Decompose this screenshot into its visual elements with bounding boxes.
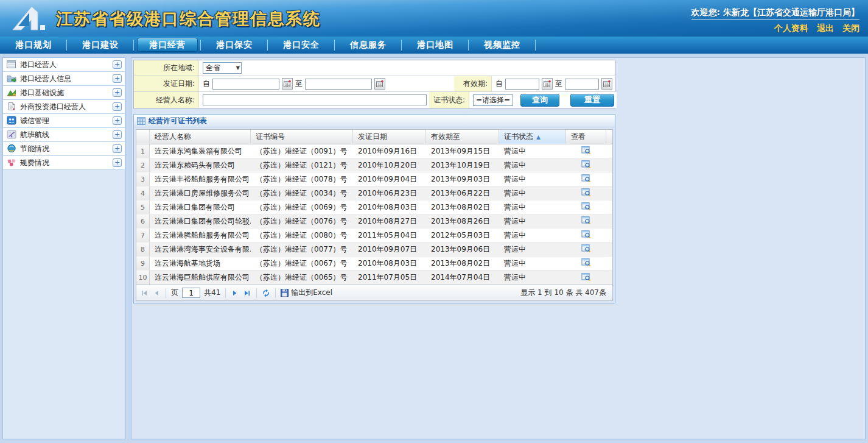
view-icon[interactable] xyxy=(581,230,591,241)
table-row[interactable]: 8连云港港湾海事安全设备有限...（苏连）港经证（0077）号2010年09月0… xyxy=(136,243,612,257)
issue-date-from-input[interactable] xyxy=(212,79,279,90)
nav-tab[interactable]: 港口规划 xyxy=(0,37,67,54)
nav-tab[interactable]: 港口地图 xyxy=(402,37,469,54)
view-icon[interactable] xyxy=(581,188,591,199)
expand-button[interactable]: + xyxy=(113,144,122,153)
view-icon[interactable] xyxy=(581,174,591,185)
cell-view[interactable] xyxy=(566,158,606,172)
cert-status-select[interactable]: =请选择= ▼ xyxy=(473,94,513,106)
refresh-icon[interactable] xyxy=(262,289,270,297)
row-number: 2 xyxy=(136,158,150,172)
region-select[interactable]: 全省 ▼ xyxy=(203,62,242,74)
issue-date-to-input[interactable] xyxy=(305,79,372,90)
nav-tab[interactable]: 港口建设 xyxy=(67,37,134,54)
cell-view[interactable] xyxy=(566,200,606,214)
view-icon[interactable] xyxy=(581,146,591,157)
expand-button[interactable]: + xyxy=(113,102,122,111)
table-row[interactable]: 9连云港海航基地货场（苏连）港经证（0067）号2010年08月03日2013年… xyxy=(136,257,612,271)
table-row[interactable]: 3连云港丰裕船舶服务有限公司（苏连）港经证（0078）号2010年09月04日2… xyxy=(136,172,612,186)
column-header[interactable]: 证书编号 xyxy=(251,130,353,144)
table-row[interactable]: 7连云港港腾船舶服务有限公司（苏连）港经证（0080）号2011年05月04日2… xyxy=(136,229,612,243)
expand-button[interactable]: + xyxy=(113,60,122,69)
expand-button[interactable]: + xyxy=(113,116,122,125)
row-number: 3 xyxy=(136,172,150,186)
table-row[interactable]: 5连云港港口集团有限公司（苏连）港经证（0069）号2010年08月03日201… xyxy=(136,200,612,214)
validity-to-input[interactable] xyxy=(565,79,599,90)
column-header[interactable]: 证书状态▲ xyxy=(499,130,566,144)
view-icon[interactable] xyxy=(581,258,591,269)
nav-tab[interactable]: 港口保安 xyxy=(201,37,268,54)
sidebar-item[interactable]: 港口基础设施+ xyxy=(3,86,125,100)
nav-tab-label: 港口安全 xyxy=(271,38,332,52)
cell-view[interactable] xyxy=(566,186,606,200)
sidebar-item[interactable]: 港口经营人信息+ xyxy=(3,72,125,86)
table-row[interactable]: 4连云港港口房屋维修服务公司（苏连）港经证（0034）号2010年06月23日2… xyxy=(136,186,612,200)
app-header: 江苏省省级港口综合管理信息系统 欢迎您: 朱新龙【江苏省交通运输厅港口局】 个人… xyxy=(0,0,868,37)
nav-tab[interactable]: 港口经营 xyxy=(134,37,201,54)
view-icon[interactable] xyxy=(581,272,591,283)
expand-button[interactable]: + xyxy=(113,88,122,97)
first-page-icon[interactable] xyxy=(140,289,149,297)
validity-from-input[interactable] xyxy=(505,79,539,90)
view-icon[interactable] xyxy=(581,216,591,227)
cell-issue-date: 2010年10月20日 xyxy=(353,158,426,172)
view-icon[interactable] xyxy=(581,160,591,171)
profile-link[interactable]: 个人资料 xyxy=(774,23,808,34)
reset-button[interactable]: 重置 xyxy=(570,94,614,107)
view-icon[interactable] xyxy=(581,202,591,213)
cell-operator-name: 连云港东鸿集装箱有限公司 xyxy=(150,144,251,158)
from-label: 自 xyxy=(203,79,210,89)
cell-view[interactable] xyxy=(566,229,606,242)
list-title: 经营许可证书列表 xyxy=(149,116,207,126)
next-page-icon[interactable] xyxy=(231,289,239,297)
cell-view[interactable] xyxy=(566,243,606,256)
logout-link[interactable]: 退出 xyxy=(817,23,834,34)
validity-to-calendar-button[interactable] xyxy=(601,78,612,90)
issue-date-to-calendar-button[interactable] xyxy=(374,78,385,90)
cell-view[interactable] xyxy=(566,214,606,228)
cell-valid-until: 2013年10月19日 xyxy=(426,158,499,172)
table-row[interactable]: 2连云港东粮码头有限公司（苏连）港经证（0121）号2010年10月20日201… xyxy=(136,158,612,172)
search-button[interactable]: 查询 xyxy=(520,94,559,107)
sidebar-item[interactable]: 航班航线+ xyxy=(3,128,125,142)
sidebar-item[interactable]: 节能情况+ xyxy=(3,142,125,156)
view-icon[interactable] xyxy=(581,244,591,255)
sidebar-item[interactable]: 诚信管理+ xyxy=(3,114,125,128)
cell-issue-date: 2010年08月03日 xyxy=(353,200,426,214)
sidebar-item[interactable]: 港口经营人+ xyxy=(3,58,125,72)
close-link[interactable]: 关闭 xyxy=(842,23,859,34)
validity-from-calendar-button[interactable] xyxy=(542,78,553,90)
table-row[interactable]: 10连云港海巨船舶供应有限公司（苏连）港经证（0065）号2011年07月05日… xyxy=(136,271,612,285)
table-row[interactable]: 1连云港东鸿集装箱有限公司（苏连）港经证（0091）号2010年09月16日20… xyxy=(136,144,612,158)
list-title-bar: 经营许可证书列表 xyxy=(134,115,615,127)
column-header[interactable]: 发证日期 xyxy=(353,130,426,144)
expand-button[interactable]: + xyxy=(113,130,122,139)
column-header[interactable]: 查看 xyxy=(566,130,606,144)
expand-button[interactable]: + xyxy=(113,158,122,167)
operator-name-input[interactable] xyxy=(203,94,427,105)
issue-date-from-calendar-button[interactable] xyxy=(282,78,293,90)
cell-view[interactable] xyxy=(566,257,606,270)
cell-operator-name: 连云港东粮码头有限公司 xyxy=(150,158,251,172)
nav-tab[interactable]: 信息服务 xyxy=(335,37,402,54)
export-excel-button[interactable]: 输出到Excel xyxy=(281,288,332,298)
expand-button[interactable]: + xyxy=(113,74,122,83)
page-number-input[interactable] xyxy=(182,288,200,298)
table-row[interactable]: 6连云港港口集团有限公司轮驳...（苏连）港经证（0076）号2010年08月2… xyxy=(136,214,612,229)
column-header[interactable]: 经营人名称 xyxy=(150,130,251,144)
last-page-icon[interactable] xyxy=(243,289,251,297)
chevron-down-icon: ▼ xyxy=(510,97,513,103)
prev-page-icon[interactable] xyxy=(152,289,161,297)
sidebar-item-label: 规费情况 xyxy=(20,158,113,168)
column-header[interactable]: 有效期至 xyxy=(426,130,499,144)
cell-view[interactable] xyxy=(566,144,606,158)
cell-certificate-number: （苏连）港经证（0078）号 xyxy=(251,172,353,186)
sidebar-item[interactable]: 规费情况+ xyxy=(3,156,125,170)
cell-view[interactable] xyxy=(566,271,606,285)
nav-tab[interactable]: 视频监控 xyxy=(469,37,536,54)
cell-view[interactable] xyxy=(566,172,606,186)
nav-tab[interactable]: 港口安全 xyxy=(268,37,335,54)
calendar-icon xyxy=(376,80,383,88)
sidebar-item[interactable]: 外商投资港口经营人+ xyxy=(3,100,125,114)
cell-certificate-number: （苏连）港经证（0067）号 xyxy=(251,257,353,270)
